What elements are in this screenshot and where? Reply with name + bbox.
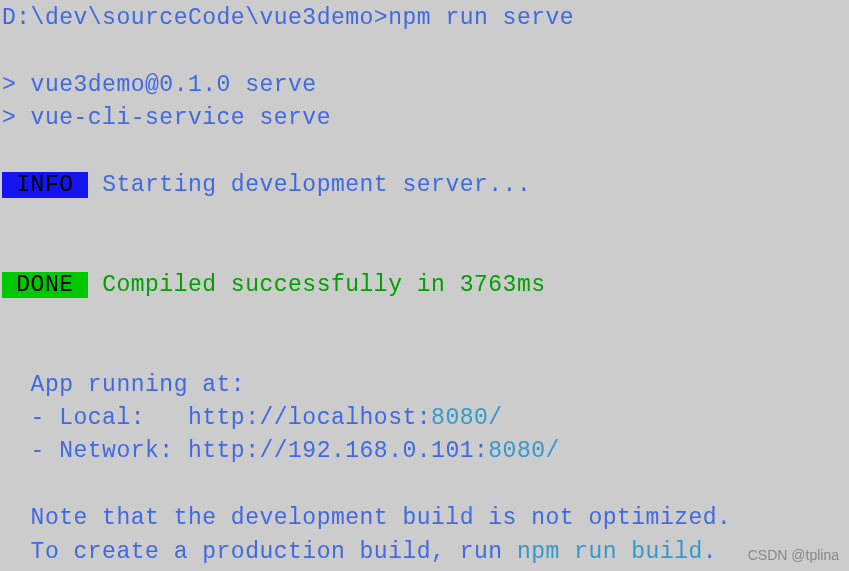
local-url-suffix: /: [488, 405, 502, 431]
note-line-2-command: npm run build: [517, 539, 703, 565]
blank-line: [2, 302, 847, 335]
watermark: CSDN @tplina: [748, 547, 839, 563]
note-line-2-prefix: To create a production build, run: [2, 539, 517, 565]
network-label: - Network:: [2, 438, 188, 464]
prompt-line: D:\dev\sourceCode\vue3demo>npm run serve: [2, 2, 847, 35]
info-message: Starting development server...: [88, 172, 531, 198]
blank-line: [2, 235, 847, 268]
info-line: INFO Starting development server...: [2, 169, 847, 202]
app-running-heading: App running at:: [2, 369, 847, 402]
network-port: 8080: [488, 438, 545, 464]
script-output-line-2: > vue-cli-service serve: [2, 102, 847, 135]
blank-line: [2, 202, 847, 235]
done-line: DONE Compiled successfully in 3763ms: [2, 269, 847, 302]
info-badge: INFO: [2, 172, 88, 198]
command-text: npm run serve: [388, 5, 574, 31]
note-line-1: Note that the development build is not o…: [2, 502, 847, 535]
local-port: 8080: [431, 405, 488, 431]
network-url-suffix: /: [546, 438, 560, 464]
local-url-prefix: http://localhost:: [188, 405, 431, 431]
blank-line: [2, 335, 847, 368]
done-message: Compiled successfully in 3763ms: [88, 272, 546, 298]
local-url-line: - Local: http://localhost:8080/: [2, 402, 847, 435]
blank-line: [2, 35, 847, 68]
note-line-2-suffix: .: [703, 539, 717, 565]
script-output-line-1: > vue3demo@0.1.0 serve: [2, 69, 847, 102]
network-url-prefix: http://192.168.0.101:: [188, 438, 488, 464]
working-directory: D:\dev\sourceCode\vue3demo>: [2, 5, 388, 31]
blank-line: [2, 469, 847, 502]
note-line-2: To create a production build, run npm ru…: [2, 536, 847, 569]
network-url-line: - Network: http://192.168.0.101:8080/: [2, 435, 847, 468]
local-label: - Local:: [2, 405, 188, 431]
blank-line: [2, 135, 847, 168]
done-badge: DONE: [2, 272, 88, 298]
